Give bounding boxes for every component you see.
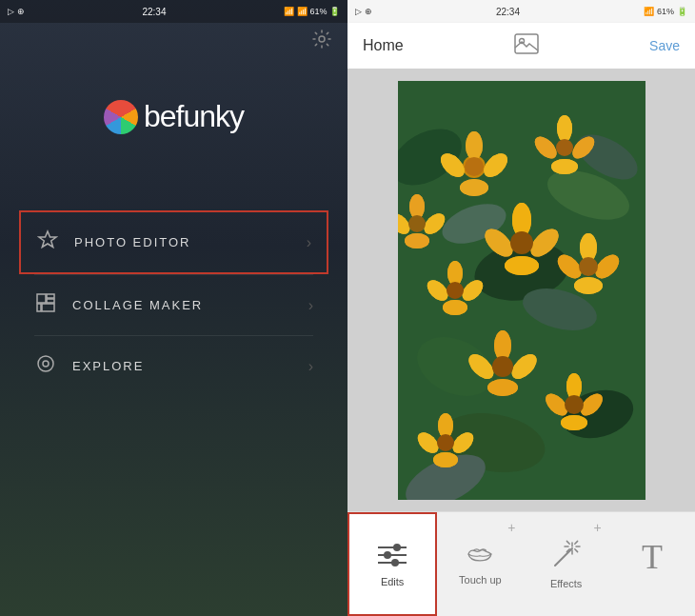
flower-photo: [398, 81, 645, 500]
svg-point-58: [447, 282, 464, 299]
left-panel: ▷ ⊕ 22:34 📶 📶 61% 🔋 befunky: [0, 0, 348, 616]
touch-up-lips-icon: [465, 543, 495, 570]
edits-label: Edits: [381, 576, 404, 587]
svg-rect-2: [37, 294, 46, 303]
settings-icon[interactable]: [311, 32, 332, 53]
svg-rect-5: [37, 304, 41, 311]
right-status-right-icons: 📶 61% 🔋: [644, 7, 687, 16]
left-time: 22:34: [142, 7, 166, 17]
svg-point-76: [492, 356, 513, 377]
svg-point-31: [465, 157, 484, 176]
logo-text: befunky: [144, 99, 244, 134]
header-title: Home: [363, 37, 404, 54]
svg-rect-6: [42, 304, 54, 311]
effects-label: Effects: [550, 578, 582, 589]
svg-rect-4: [47, 299, 54, 303]
right-time: 22:34: [496, 7, 520, 17]
svg-point-49: [510, 231, 533, 254]
svg-marker-1: [39, 231, 56, 248]
left-status-right-icons: 📶 📶 61% 🔋: [284, 7, 340, 16]
touch-up-plus-icon: +: [507, 520, 515, 535]
photo-editor-label: PHOTO EDITOR: [74, 235, 307, 249]
menu-item-explore[interactable]: EXPLORE ›: [19, 336, 328, 396]
svg-point-109: [391, 559, 399, 566]
svg-point-47: [505, 256, 539, 275]
svg-line-115: [566, 541, 569, 544]
svg-point-101: [433, 452, 458, 467]
menu-item-photo-editor[interactable]: PHOTO EDITOR ›: [19, 210, 328, 274]
toolbar-item-text[interactable]: T Te: [609, 512, 695, 616]
left-status-left-icons: ▷ ⊕: [8, 7, 25, 16]
svg-point-83: [405, 233, 429, 248]
svg-point-8: [43, 361, 49, 367]
svg-point-40: [556, 139, 573, 156]
right-status-bar: ▷ ⊕ 22:34 📶 61% 🔋: [348, 0, 695, 23]
toolbar-item-touch-up[interactable]: + Touch up: [437, 512, 523, 616]
bottom-toolbar: Edits + Touch up +: [348, 511, 695, 616]
photo-editor-icon: [36, 229, 59, 255]
touch-up-label: Touch up: [459, 574, 502, 586]
left-status-bar: ▷ ⊕ 22:34 📶 📶 61% 🔋: [0, 0, 348, 23]
svg-point-38: [551, 159, 578, 174]
header-image-icon[interactable]: [513, 32, 540, 60]
svg-point-36: [557, 115, 572, 142]
logo-circle-icon: [104, 100, 138, 134]
collage-maker-label: COLLAGE MAKER: [72, 298, 308, 312]
svg-line-116: [574, 549, 577, 552]
effects-wand-icon: [551, 539, 582, 574]
right-header: Home Save: [348, 23, 695, 69]
toolbar-item-effects[interactable]: + Effects: [524, 512, 609, 616]
svg-point-85: [408, 215, 426, 232]
toolbar-item-edits[interactable]: Edits: [348, 512, 437, 616]
svg-point-67: [579, 257, 598, 276]
explore-icon: [34, 353, 57, 379]
svg-line-110: [555, 548, 572, 566]
svg-point-103: [437, 434, 454, 451]
svg-point-0: [319, 36, 325, 42]
svg-rect-3: [47, 294, 54, 298]
svg-point-27: [466, 131, 483, 160]
edits-sliders-icon: [376, 541, 408, 572]
svg-point-105: [393, 544, 401, 551]
right-panel: ▷ ⊕ 22:34 📶 61% 🔋 Home Save: [348, 0, 695, 616]
collage-maker-arrow-icon: ›: [308, 297, 313, 314]
text-t-icon: T: [642, 540, 663, 574]
svg-point-94: [565, 395, 584, 414]
photo-container: [348, 69, 695, 511]
settings-icon-container[interactable]: [311, 29, 332, 54]
svg-point-56: [443, 300, 467, 315]
svg-line-117: [574, 541, 577, 544]
svg-point-7: [38, 356, 53, 371]
logo: befunky: [104, 99, 244, 134]
svg-point-107: [384, 551, 391, 559]
effects-plus-icon: +: [594, 520, 602, 535]
svg-point-92: [561, 415, 587, 430]
collage-maker-icon: [34, 292, 57, 318]
explore-arrow-icon: ›: [308, 358, 313, 375]
menu-item-collage-maker[interactable]: COLLAGE MAKER ›: [19, 275, 328, 335]
right-status-left-icons: ▷ ⊕: [355, 7, 372, 16]
menu-list: PHOTO EDITOR › COLLAGE MAKER ›: [0, 210, 348, 396]
svg-point-65: [574, 277, 603, 294]
svg-point-74: [487, 379, 518, 396]
svg-point-29: [460, 179, 488, 196]
photo-editor-arrow-icon: ›: [307, 234, 311, 251]
explore-label: EXPLORE: [72, 359, 308, 373]
save-button[interactable]: Save: [649, 38, 680, 53]
